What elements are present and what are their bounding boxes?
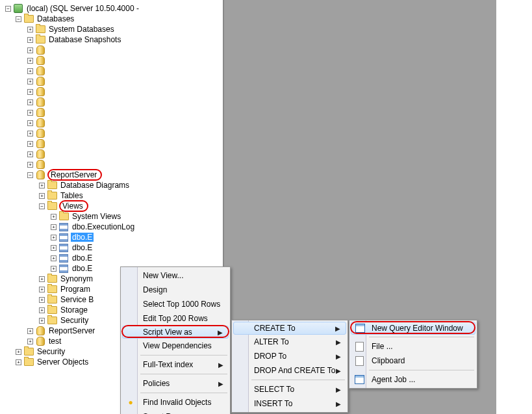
expand-icon[interactable]: +: [27, 162, 33, 168]
menu-view-dependencies[interactable]: View Dependencies: [122, 339, 229, 353]
menu-select-top-1000[interactable]: Select Top 1000 Rows: [122, 297, 229, 311]
menu-drop-and-create-to[interactable]: DROP And CREATE To▶: [233, 363, 346, 378]
menu-script-view-as[interactable]: Script View as▶: [122, 326, 229, 339]
tables-node[interactable]: +Tables: [1, 191, 222, 201]
expand-icon[interactable]: +: [27, 27, 33, 32]
expand-icon[interactable]: +: [27, 68, 33, 74]
view-icon: [58, 222, 69, 232]
menu-new-query-editor[interactable]: New Query Editor Window: [351, 322, 475, 335]
server-node[interactable]: − (local) (SQL Server 10.50.4000 -: [1, 4, 222, 14]
expand-icon[interactable]: +: [27, 58, 33, 64]
collapse-icon[interactable]: −: [5, 6, 11, 12]
expand-icon[interactable]: +: [51, 235, 57, 240]
snapshots-node[interactable]: + Database Snapshots: [1, 35, 222, 45]
menu-drop-to[interactable]: DROP To▶: [233, 349, 346, 363]
views-node[interactable]: −Views: [1, 201, 222, 212]
server-icon: [13, 3, 23, 14]
folder-icon: [47, 284, 57, 294]
menu-design[interactable]: Design: [122, 283, 229, 297]
context-menu-view[interactable]: New View... Design Select Top 1000 Rows …: [120, 266, 231, 414]
menu-create-to[interactable]: CREATE To▶: [233, 322, 346, 335]
menu-file[interactable]: File ...: [351, 339, 475, 354]
menu-select-to[interactable]: SELECT To▶: [233, 382, 346, 396]
expand-icon[interactable]: +: [27, 141, 33, 147]
folder-icon: [35, 34, 45, 45]
expand-icon[interactable]: +: [51, 245, 57, 251]
db-node[interactable]: +: [1, 139, 222, 149]
database-icon: [35, 86, 45, 97]
expand-icon[interactable]: +: [51, 266, 57, 272]
collapse-icon[interactable]: −: [27, 172, 33, 178]
expand-icon[interactable]: +: [16, 349, 21, 355]
expand-icon[interactable]: +: [51, 224, 57, 230]
expand-icon[interactable]: +: [27, 120, 33, 126]
submenu-create-to[interactable]: New Query Editor Window File ... Clipboa…: [349, 320, 477, 389]
view-node[interactable]: +dbo.ExecutionLog: [1, 222, 222, 233]
expand-icon[interactable]: +: [27, 110, 33, 116]
expand-icon[interactable]: +: [39, 297, 45, 303]
highlight-ring: Views: [59, 200, 88, 212]
collapse-icon[interactable]: −: [16, 16, 21, 22]
dbdiagrams-node[interactable]: +Database Diagrams: [1, 181, 222, 191]
menu-policies[interactable]: Policies▶: [122, 376, 229, 391]
menu-agent-job[interactable]: Agent Job ...: [351, 372, 475, 387]
db-node[interactable]: +: [1, 77, 222, 87]
expand-icon[interactable]: +: [27, 328, 33, 334]
menu-find-invalid[interactable]: Find Invalid Objects: [122, 395, 229, 409]
expand-icon[interactable]: +: [39, 318, 45, 324]
expand-icon[interactable]: +: [27, 99, 33, 105]
sysdb-node[interactable]: + System Databases: [1, 25, 222, 35]
database-icon: [35, 45, 45, 55]
expand-icon[interactable]: +: [39, 287, 45, 292]
db-node[interactable]: +: [1, 97, 222, 108]
expand-icon[interactable]: +: [27, 37, 33, 43]
expand-icon[interactable]: +: [39, 307, 45, 313]
sysviews-node[interactable]: +System Views: [1, 212, 222, 222]
view-node-selected[interactable]: +dbo.E: [1, 233, 222, 243]
database-icon: [35, 326, 45, 336]
expand-icon[interactable]: +: [51, 214, 57, 220]
expand-icon[interactable]: +: [39, 193, 45, 199]
db-node[interactable]: +: [1, 108, 222, 118]
expand-icon[interactable]: +: [27, 131, 33, 136]
expand-icon[interactable]: +: [16, 359, 21, 365]
menu-fulltext-index[interactable]: Full-Text index▶: [122, 357, 229, 372]
menu-new-view[interactable]: New View...: [122, 268, 229, 283]
db-node[interactable]: +: [1, 129, 222, 139]
db-node[interactable]: +: [1, 87, 222, 97]
expand-icon[interactable]: +: [27, 89, 33, 95]
menu-separator: [140, 355, 227, 356]
expand-icon[interactable]: +: [27, 151, 33, 157]
menu-clipboard[interactable]: Clipboard: [351, 354, 475, 368]
expand-icon[interactable]: +: [51, 255, 57, 261]
menu-separator: [140, 374, 227, 374]
expand-icon[interactable]: +: [27, 47, 33, 53]
menu-edit-top-200[interactable]: Edit Top 200 Rows: [122, 311, 229, 326]
folder-icon: [23, 346, 34, 357]
view-node[interactable]: +dbo.E: [1, 253, 222, 264]
db-node[interactable]: +: [1, 56, 222, 66]
menu-alter-to[interactable]: ALTER To▶: [233, 335, 346, 349]
submenu-arrow-icon: ▶: [336, 386, 341, 393]
db-node[interactable]: +: [1, 160, 222, 170]
folder-icon: [23, 14, 34, 24]
db-node[interactable]: +: [1, 45, 222, 56]
collapse-icon[interactable]: −: [39, 203, 45, 209]
expand-icon[interactable]: +: [27, 339, 33, 344]
db-node[interactable]: +: [1, 66, 222, 77]
folder-icon: [47, 294, 57, 305]
submenu-arrow-icon: ▶: [218, 361, 223, 369]
databases-node[interactable]: − Databases: [1, 14, 222, 25]
db-node[interactable]: +: [1, 149, 222, 160]
expand-icon[interactable]: +: [39, 276, 45, 282]
view-node[interactable]: +dbo.E: [1, 243, 222, 253]
expand-icon[interactable]: +: [39, 183, 45, 188]
menu-insert-to[interactable]: INSERT To▶: [233, 396, 346, 411]
expand-icon[interactable]: +: [27, 79, 33, 84]
menu-smart-rename[interactable]: Smart Rename...: [122, 409, 229, 414]
reportserver-node[interactable]: − ReportServer: [1, 170, 222, 181]
submenu-script-view-as[interactable]: CREATE To▶ ALTER To▶ DROP To▶ DROP And C…: [231, 320, 348, 413]
submenu-arrow-icon: ▶: [218, 380, 223, 387]
folder-icon: [47, 180, 57, 190]
db-node[interactable]: +: [1, 118, 222, 129]
